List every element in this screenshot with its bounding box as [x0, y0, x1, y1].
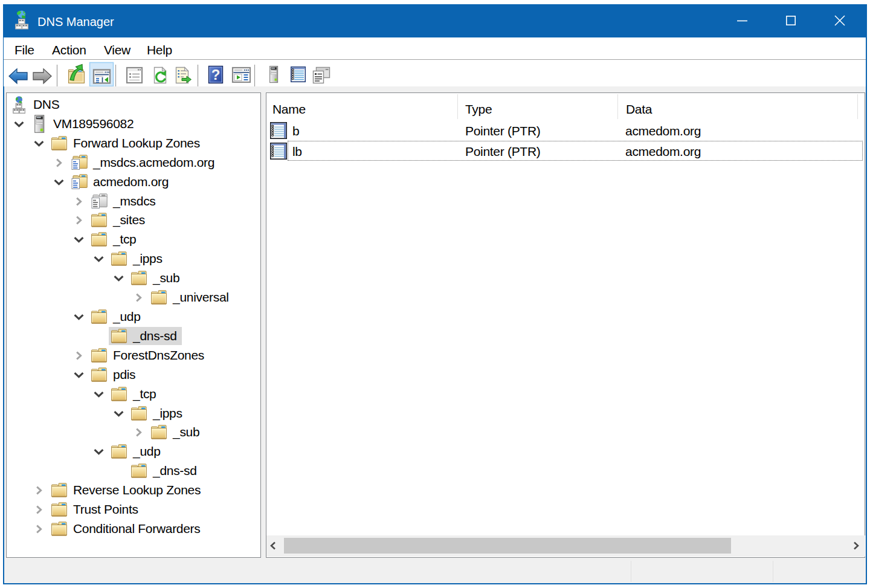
svg-text:?: ? — [211, 66, 221, 83]
